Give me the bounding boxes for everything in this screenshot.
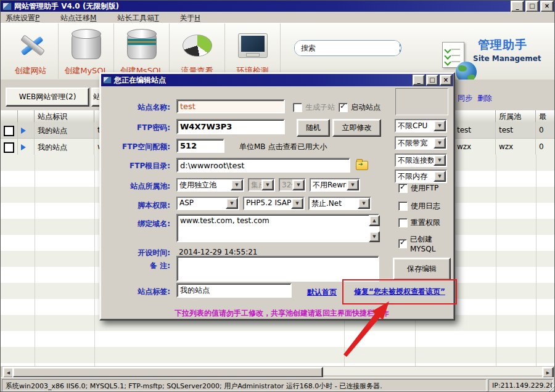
dialog-maximize-button[interactable]: □ [426, 75, 438, 86]
chevron-down-icon: ▼ [226, 198, 238, 209]
ftp-root-input[interactable] [176, 158, 350, 173]
header-max[interactable]: 最 [536, 110, 555, 122]
header-site-label[interactable]: 站点标识 [35, 110, 94, 122]
row-checkbox[interactable] [4, 142, 14, 153]
minimize-button[interactable]: _ [511, 1, 524, 12]
header-checkbox-col [1, 110, 18, 122]
row-pool-value: wzx [496, 139, 536, 155]
ftp-quota-input[interactable] [176, 139, 224, 153]
menu-about[interactable]: 关于H [179, 13, 200, 23]
toolbar-traffic-button[interactable]: 流量查看 [170, 23, 225, 79]
site-tag-input[interactable] [176, 283, 292, 298]
quota-hint[interactable]: 单位MB 点击查看已用大小 [239, 142, 327, 152]
fix-unauthorized-link[interactable]: 修复“您未被授权查看该页” [354, 287, 445, 297]
main-titlebar: 网站管理助手 V4.0 (无限制版) _ □ × [1, 1, 555, 12]
scroll-down-icon[interactable]: ▼ [369, 231, 380, 242]
menu-site-migration[interactable]: 站点迁移M [60, 13, 96, 23]
dialog-note: 下拉列表的值请勿手工修改，共享池创建请返回主界面快捷栏操作 [175, 308, 389, 319]
ftp-password-input[interactable] [176, 119, 285, 134]
remark-textarea[interactable] [176, 256, 379, 282]
ftp-password-label: FTP密码: [101, 123, 170, 133]
chevron-down-icon: ▼ [291, 198, 303, 209]
search-button[interactable] [400, 41, 401, 55]
edit-site-dialog: 您正在编辑站点 _ □ × 站点名称: 生成子站 启动站点 FTP密码: 随机 … [99, 72, 455, 321]
default-homepage-link[interactable]: 默认首页 [307, 287, 337, 298]
script-permission-label: 脚本权限: [101, 200, 170, 211]
scroll-up-icon[interactable]: ▲ [369, 215, 380, 226]
row-max-value: 0 [536, 122, 555, 138]
window-title: 网站管理助手 V4.0 (无限制版) [14, 1, 119, 12]
status-ip: IP:211.149.229.202 [488, 379, 553, 391]
ftp-root-label: FTP根目录: [101, 161, 170, 171]
dialog-close-button[interactable]: × [440, 75, 452, 86]
search-input[interactable] [295, 41, 400, 55]
toolbar-create-mssql-button[interactable]: 创建MsSQL [114, 23, 170, 79]
generate-subsite-checkbox[interactable]: 生成子站 [293, 102, 335, 113]
pipeline-mode-dropdown[interactable]: 集成▼ [248, 178, 275, 192]
site-name-label: 站点名称: [101, 102, 170, 113]
chevron-down-icon: ▼ [347, 179, 359, 190]
bind-domain-textarea[interactable]: www.test.com, test.com [176, 214, 379, 242]
row-pool-value: test [496, 122, 536, 138]
monitor-icon [238, 33, 268, 58]
toolbar-env-check-button[interactable]: 环境检测 [225, 23, 281, 79]
mysql-db-icon [72, 32, 101, 59]
search-icon [400, 44, 401, 52]
ftp-quota-label: FTP空间配额: [101, 142, 170, 152]
dotnet-dropdown[interactable]: 禁止.Net▼ [308, 197, 371, 210]
mysql-created-checkbox[interactable]: 已创建MYSQL [398, 234, 454, 253]
logo-title: 管理助手 [478, 37, 527, 53]
save-edit-button[interactable]: 保存编辑 [393, 258, 451, 280]
row-mid-value: wzx [454, 139, 496, 155]
created-time-value: 2014-12-29 14:55:21 [179, 248, 257, 256]
cpu-limit-dropdown[interactable]: 不限CPU▼ [395, 119, 447, 133]
use-ftp-checkbox[interactable]: 使用FTP [398, 183, 438, 194]
chevron-down-icon: ▼ [261, 179, 274, 190]
remark-label: 备 注: [101, 261, 170, 271]
header-pool[interactable]: 所属池 [496, 110, 536, 122]
site-name-input[interactable] [176, 99, 285, 113]
dialog-minimize-button[interactable]: _ [413, 75, 425, 86]
scrollbar-thumb[interactable] [12, 367, 323, 378]
dialog-titlebar: 您正在编辑站点 _ □ × [101, 74, 453, 86]
menu-system-settings[interactable]: 系统设置P [6, 13, 39, 23]
asp-dropdown[interactable]: ASP▼ [176, 197, 239, 210]
site-tag-label: 站点标签: [101, 287, 170, 297]
app-window: 网站管理助手 V4.0 (无限制版) _ □ × 系统设置P 站点迁移M 站长工… [0, 0, 555, 392]
delete-link[interactable]: 删除 [477, 93, 492, 104]
php-dropdown[interactable]: PHP5.2 ISAPI▼ [243, 197, 305, 210]
menu-webmaster-tools[interactable]: 站长工具箱T [117, 13, 158, 23]
connections-limit-dropdown[interactable]: 不限连接数▼ [395, 153, 447, 167]
toolbar-create-mysql-button[interactable]: 创建MySQL [59, 23, 114, 79]
app-icon [2, 2, 12, 10]
tab-web-site-management[interactable]: WEB网站管理(2) [6, 88, 89, 107]
random-button[interactable]: 随机 [297, 119, 330, 137]
chevron-down-icon: ▼ [358, 198, 370, 209]
rewrite-dropdown[interactable]: 不用Rewrite▼ [310, 178, 360, 192]
reset-permission-checkbox[interactable]: 重置权限 [398, 218, 440, 228]
toolbar-create-site-button[interactable]: 创建网站 [3, 23, 59, 79]
modify-now-button[interactable]: 立即修改 [332, 119, 381, 137]
chevron-down-icon: ▼ [434, 155, 446, 166]
fix-link-highlight-box: 修复“您未被授权查看该页” [342, 279, 457, 304]
memory-limit-dropdown[interactable]: 不限内存▼ [395, 169, 447, 183]
resize-grip[interactable] [547, 385, 555, 392]
sync-link[interactable]: 同步 [458, 93, 472, 104]
use-log-checkbox[interactable]: 使用日志 [398, 201, 440, 211]
logo-subtitle: Site Managemet [473, 54, 541, 63]
row-play-icon[interactable] [21, 128, 26, 134]
bitness-dropdown[interactable]: 32位▼ [279, 178, 306, 192]
bandwidth-limit-dropdown[interactable]: 不限带宽▼ [395, 136, 447, 150]
browse-folder-icon[interactable] [356, 161, 368, 170]
horizontal-scrollbar[interactable]: ◀ ▶ [2, 366, 554, 376]
pool-dropdown[interactable]: 使用独立池▼ [176, 178, 244, 192]
row-checkbox[interactable] [4, 126, 14, 136]
created-time-label: 开设时间: [101, 248, 170, 258]
start-site-checkbox[interactable]: 启动站点 [339, 102, 380, 113]
close-button[interactable]: × [540, 1, 554, 12]
chevron-down-icon: ▼ [434, 137, 446, 149]
maximize-button[interactable]: □ [525, 1, 539, 12]
dialog-icon [103, 76, 112, 84]
chevron-down-icon: ▼ [231, 179, 243, 190]
row-play-icon[interactable] [21, 144, 26, 150]
